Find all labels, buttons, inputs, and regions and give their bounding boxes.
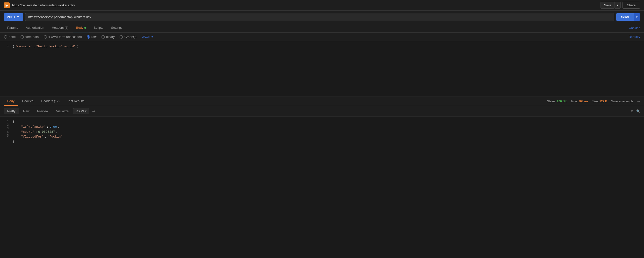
output-tab-preview[interactable]: Preview (34, 108, 52, 114)
response-section: Body Cookies Headers (12) Test Results S… (0, 97, 644, 147)
response-tab-cookies[interactable]: Cookies (19, 97, 37, 106)
output-right-icons: ⧉ 🔍 (631, 109, 640, 113)
url-bar: POST ▾ Send ▾ (0, 11, 644, 23)
save-button[interactable]: Save (600, 2, 615, 9)
option-form-data[interactable]: form-data (20, 35, 39, 39)
status-text: OK (562, 100, 567, 103)
output-format-select[interactable]: JSON ▾ (73, 108, 90, 114)
response-tab-body[interactable]: Body (4, 97, 18, 106)
output-format-dropdown-icon[interactable]: ▾ (85, 109, 87, 113)
method-label: POST (7, 15, 15, 19)
beautify-button[interactable]: Beautify (629, 35, 640, 39)
method-dropdown-icon[interactable]: ▾ (17, 15, 19, 19)
code-content[interactable]: {"message" : "hello Fuckin' world"} (12, 44, 640, 94)
body-options: none form-data x-www-form-urlencoded raw… (0, 32, 644, 41)
tab-headers[interactable]: Headers (8) (48, 23, 72, 32)
tab-scripts[interactable]: Scripts (90, 23, 107, 32)
filter-icon[interactable]: ⇌ (90, 108, 97, 114)
time-label: Time: (570, 100, 578, 103)
save-example-button[interactable]: Save as example (611, 100, 633, 103)
output-tab-raw[interactable]: Raw (20, 108, 33, 114)
send-button[interactable]: Send (616, 13, 634, 21)
format-dropdown-icon[interactable]: ▾ (152, 35, 153, 39)
save-dropdown-button[interactable]: ▾ (615, 2, 620, 9)
code-line-1: {"message" : "hello Fuckin' world"} (12, 44, 640, 49)
radio-none[interactable] (4, 35, 7, 39)
body-dot (84, 27, 86, 29)
response-line-5: } (12, 140, 640, 145)
response-headers-badge: (12) (54, 99, 60, 103)
radio-urlencoded[interactable] (44, 35, 47, 39)
tab-settings[interactable]: Settings (108, 23, 126, 32)
time-value: 308 ms (578, 100, 588, 103)
response-tabs: Body Cookies Headers (12) Test Results S… (0, 97, 644, 106)
response-tab-test-results[interactable]: Test Results (64, 97, 88, 106)
tab-params[interactable]: Params (4, 23, 22, 32)
request-tabs: Params Authorization Headers (8) Body Sc… (0, 23, 644, 32)
response-body: 1 2 3 4 5 { "isProfanity" : true , "scor… (0, 117, 644, 147)
option-graphql[interactable]: GraphQL (120, 35, 137, 39)
output-tabs: Pretty Raw Preview Visualize JSON ▾ ⇌ ⧉ … (0, 106, 644, 117)
radio-raw[interactable] (87, 35, 90, 39)
response-line-4: "flaggedFor" : "fuckin" (12, 134, 640, 140)
app-icon: ▶ (4, 2, 10, 8)
headers-badge: (8) (64, 26, 68, 29)
response-line-1: { (12, 119, 640, 125)
copy-icon[interactable]: ⧉ (631, 109, 633, 113)
tab-authorization[interactable]: Authorization (22, 23, 48, 32)
option-urlencoded[interactable]: x-www-form-urlencoded (44, 35, 82, 39)
line-numbers: 1 (4, 44, 9, 94)
tab-body[interactable]: Body (73, 23, 90, 32)
send-dropdown-button[interactable]: ▾ (634, 13, 640, 21)
response-line-numbers: 1 2 3 4 5 (4, 119, 9, 145)
option-binary[interactable]: binary (102, 35, 115, 39)
response-tab-headers[interactable]: Headers (12) (38, 97, 63, 106)
request-body-editor[interactable]: 1 {"message" : "hello Fuckin' world"} (0, 41, 644, 97)
status-label: Status: (547, 100, 557, 103)
radio-binary[interactable] (102, 35, 105, 39)
response-line-3: "score" : 0.9825287 , (12, 130, 640, 135)
size-label: Size: (592, 100, 599, 103)
format-select[interactable]: JSON ▾ (142, 35, 153, 39)
option-none[interactable]: none (4, 35, 16, 39)
cookies-link[interactable]: Cookies (629, 26, 640, 30)
response-line-2: "isProfanity" : true , (12, 125, 640, 130)
option-raw[interactable]: raw (87, 35, 96, 39)
url-input[interactable] (25, 13, 614, 21)
status-code: 200 (557, 100, 562, 103)
method-select[interactable]: POST ▾ (4, 13, 23, 21)
title-bar-left: ▶ https://censorsafe.performantapi.worke… (4, 2, 75, 8)
output-tab-pretty[interactable]: Pretty (4, 108, 19, 114)
radio-form-data[interactable] (20, 35, 24, 39)
title-url: https://censorsafe.performantapi.workers… (12, 3, 75, 7)
format-label: JSON (142, 35, 150, 39)
radio-graphql[interactable] (120, 35, 123, 39)
response-code-content: { "isProfanity" : true , "score" : 0.982… (12, 119, 640, 145)
title-bar: ▶ https://censorsafe.performantapi.worke… (0, 0, 644, 11)
output-tab-visualize[interactable]: Visualize (53, 108, 72, 114)
search-icon[interactable]: 🔍 (636, 109, 640, 113)
more-options-icon[interactable]: ⋯ (637, 100, 640, 103)
size-value: 727 B (600, 100, 607, 103)
share-button[interactable]: Share (622, 2, 640, 9)
response-status: Status: 200 OK Time: 308 ms Size: 727 B … (547, 100, 640, 103)
title-bar-right: Save ▾ Share (600, 2, 640, 9)
